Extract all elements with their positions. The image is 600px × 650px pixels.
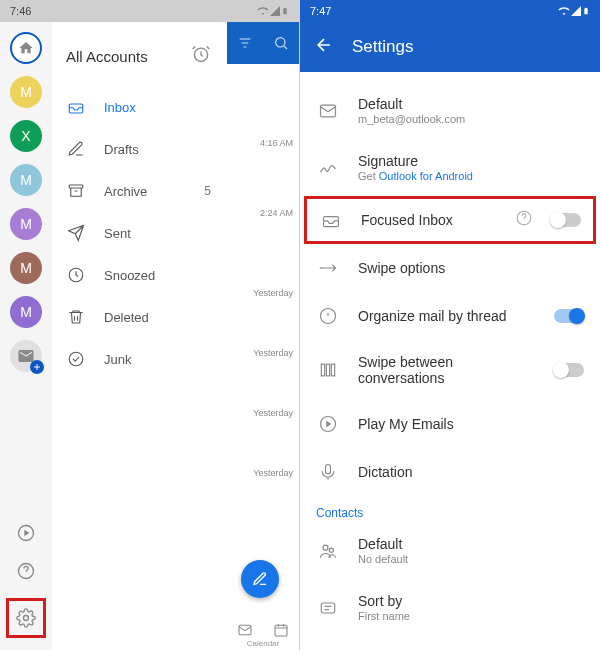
mail-tab-icon[interactable] xyxy=(237,622,253,638)
setting-title: Focused Inbox xyxy=(361,212,497,228)
signal-icon xyxy=(570,5,582,17)
setting-dictation[interactable]: Dictation xyxy=(300,448,600,496)
setting-cdefault[interactable]: DefaultNo default xyxy=(300,522,600,579)
folder-label: Inbox xyxy=(104,100,211,115)
account-avatar[interactable]: M xyxy=(10,252,42,284)
svg-rect-10 xyxy=(275,625,287,636)
mail-preview-item[interactable]: Yesterdayannels are… xyxy=(227,348,293,373)
signal-icon xyxy=(269,5,281,17)
all-accounts-title: All Accounts xyxy=(66,48,191,65)
setting-title: Default xyxy=(358,96,584,112)
mail-preview-item[interactable]: Yesterday5 default … xyxy=(227,288,293,313)
cdefault-icon xyxy=(316,541,340,561)
svg-point-8 xyxy=(276,38,285,47)
account-home-button[interactable] xyxy=(10,32,42,64)
setting-title: Signature xyxy=(358,153,584,169)
help-icon[interactable] xyxy=(515,209,533,231)
archive-icon xyxy=(66,182,86,200)
account-avatar[interactable]: M xyxy=(10,164,42,196)
signature-icon xyxy=(316,158,340,178)
drafts-icon xyxy=(66,140,86,158)
folder-snoozed[interactable]: Snoozed xyxy=(52,254,227,296)
setting-subtitle: No default xyxy=(358,553,584,565)
setting-thread[interactable]: Organize mail by thread xyxy=(300,292,600,340)
setting-account[interactable]: Defaultm_beta@outlook.com xyxy=(300,82,600,139)
mail-preview-item[interactable]: Ad & Great Pr…ore. Free… xyxy=(227,78,293,105)
toggle-swipeconv[interactable] xyxy=(554,363,584,377)
compose-fab[interactable] xyxy=(241,560,279,598)
setting-title: Swipe options xyxy=(358,260,584,276)
swipe-icon xyxy=(316,258,340,278)
toggle-thread[interactable] xyxy=(554,309,584,323)
sent-icon xyxy=(66,224,86,242)
settings-appbar: Settings xyxy=(300,22,600,72)
folder-label: Deleted xyxy=(104,310,211,325)
wifi-icon xyxy=(257,5,269,17)
account-avatar[interactable]: M xyxy=(10,296,42,328)
svg-point-14 xyxy=(320,267,322,269)
mail-time: Yesterday xyxy=(227,468,293,480)
folder-archive[interactable]: Archive5 xyxy=(52,170,227,212)
back-button[interactable] xyxy=(314,35,334,59)
mail-time: 4:16 AM xyxy=(227,138,293,150)
inbox-icon xyxy=(66,98,86,116)
mail-time: Yesterday xyxy=(227,408,293,420)
svg-rect-17 xyxy=(326,364,329,376)
deleted-icon xyxy=(66,308,86,326)
account-avatar[interactable]: M xyxy=(10,208,42,240)
mail-preview-item[interactable]: Yesterdayunt type o…ge accou… xyxy=(227,408,293,446)
setting-swipe[interactable]: Swipe options xyxy=(300,244,600,292)
svg-rect-12 xyxy=(324,217,339,227)
wifi-icon xyxy=(558,5,570,17)
battery-icon xyxy=(582,5,590,17)
mail-time: Yesterday xyxy=(227,348,293,360)
sortby-icon xyxy=(316,598,340,618)
account-avatar[interactable]: X xyxy=(10,120,42,152)
setting-title: Sort by xyxy=(358,593,584,609)
snoozed-icon xyxy=(66,266,86,284)
folder-deleted[interactable]: Deleted xyxy=(52,296,227,338)
mail-preview-item[interactable]: 2:24 AM10 & Wind…update K… xyxy=(227,208,293,246)
do-not-disturb-icon[interactable] xyxy=(191,44,211,68)
mail-preview-item[interactable]: Yesterdayaccount ty…on "How t… xyxy=(227,468,293,506)
calendar-tab-icon[interactable] xyxy=(273,622,289,638)
setting-subtitle: Get Outlook for Android xyxy=(358,170,584,182)
search-icon[interactable] xyxy=(273,35,289,51)
status-time: 7:47 xyxy=(310,5,331,17)
folder-drafts[interactable]: Drafts xyxy=(52,128,227,170)
setting-play[interactable]: Play My Emails xyxy=(300,400,600,448)
setting-link[interactable]: Outlook for Android xyxy=(379,170,473,182)
folder-label: Snoozed xyxy=(104,268,211,283)
calendar-tab-label: Calendar xyxy=(227,639,299,648)
setting-title: Swipe between conversations xyxy=(358,354,536,386)
setting-subtitle: First name xyxy=(358,610,584,622)
setting-focused[interactable]: Focused Inbox xyxy=(304,196,596,244)
settings-gear-button[interactable] xyxy=(6,598,46,638)
add-account-button[interactable] xyxy=(10,340,42,372)
folder-inbox[interactable]: Inbox xyxy=(52,86,227,128)
toggle-focused[interactable] xyxy=(551,213,581,227)
play-icon[interactable] xyxy=(15,522,37,544)
mail-time: 2:24 AM xyxy=(227,208,293,220)
folder-junk[interactable]: Junk xyxy=(52,338,227,380)
svg-rect-9 xyxy=(239,625,251,634)
filter-icon[interactable] xyxy=(237,35,253,51)
setting-swipeconv[interactable]: Swipe between conversations xyxy=(300,340,600,400)
setting-title: Organize mail by thread xyxy=(358,308,536,324)
folder-label: Drafts xyxy=(104,142,211,157)
setting-sortby[interactable]: Sort byFirst name xyxy=(300,579,600,636)
account-icon xyxy=(316,101,340,121)
mail-preview-item[interactable]: 4:16 AMbuild 190… xyxy=(227,138,293,163)
dictation-icon xyxy=(316,462,340,482)
setting-title: Default xyxy=(358,536,584,552)
account-avatar[interactable]: M xyxy=(10,76,42,108)
help-icon[interactable] xyxy=(15,560,37,582)
svg-rect-11 xyxy=(321,105,336,117)
status-bar-left: 7:46 xyxy=(0,0,299,22)
setting-signature[interactable]: SignatureGet Outlook for Android xyxy=(300,139,600,196)
folder-sent[interactable]: Sent xyxy=(52,212,227,254)
svg-rect-5 xyxy=(69,185,83,188)
swipeconv-icon xyxy=(316,360,340,380)
setting-title: Play My Emails xyxy=(358,416,584,432)
svg-rect-4 xyxy=(69,104,83,113)
